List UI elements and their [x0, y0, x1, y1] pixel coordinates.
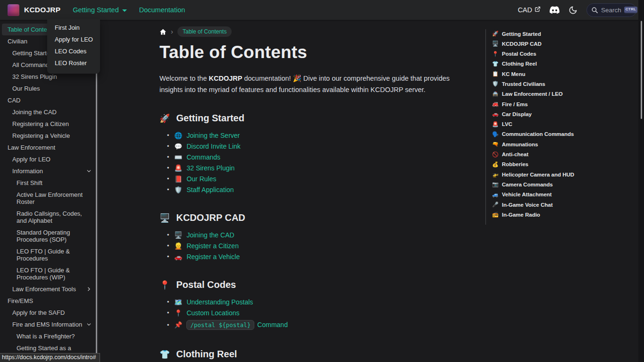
inline-code: /postal ${postal} [186, 320, 254, 330]
toc-item[interactable]: 🚀 Getting Started [492, 31, 635, 37]
doc-link[interactable]: Our Rules [186, 175, 216, 183]
sidebar-item[interactable]: LEO FTO | Guide & Procedures (WIP) [2, 264, 96, 283]
toc-item[interactable]: 💰 Robberies [492, 161, 635, 168]
doc-list-item: 🚗 Register a Vehicle [167, 251, 466, 262]
sidebar-item-label: Active Law Enforcement Roster [17, 191, 83, 205]
sidebar-item[interactable]: Active Law Enforcement Roster [2, 189, 96, 208]
sidebar-item-label: Radio Callsigns, Codes, and Alphabet [17, 210, 82, 224]
doc-link[interactable]: Staff Application [186, 186, 234, 194]
main-content: › Table of Contents Table of Contents We… [98, 20, 485, 362]
sidebar-item[interactable]: What is a Firefighter? [2, 330, 96, 342]
doc-list-item: 📍 Custom Locations [167, 307, 466, 318]
brand-logo[interactable] [8, 4, 19, 16]
toc-item[interactable]: 🚙 Vehicle Attachment [492, 192, 635, 198]
doc-link[interactable]: Commands [186, 153, 220, 161]
toc-item[interactable]: 🚒 Fire / Ems [492, 101, 635, 107]
doc-link[interactable]: Joining the Server [186, 132, 240, 139]
toc-emoji: 🛡️ [492, 81, 499, 87]
sidebar-item[interactable]: LEO FTO | Guide & Procedures [2, 245, 96, 264]
page-scrollbar[interactable] [638, 0, 644, 362]
doc-link[interactable]: 32 Sirens Plugin [186, 164, 234, 172]
doc-link[interactable]: Discord Invite Link [186, 143, 240, 150]
toc-label: Law Enforcement / LEO [502, 91, 563, 97]
chevron-icon[interactable] [86, 286, 92, 292]
search-input[interactable]: Search CTRL K [586, 3, 636, 17]
sidebar-item[interactable]: Joining the CAD [2, 106, 96, 118]
sidebar-item-label: Law Enforcement [8, 144, 55, 151]
doc-link-label: Understanding Postals [186, 298, 253, 306]
toc-item[interactable]: 🎤 In-Game Voice Chat [492, 202, 635, 208]
sidebar-item[interactable]: Standard Operating Procedures (SOP) [2, 227, 96, 245]
doc-link[interactable]: Custom Locations [186, 309, 239, 317]
section-title: Clothing Reel [176, 349, 237, 360]
toc-item[interactable]: 👕 Clothing Reel [492, 61, 635, 67]
doc-link[interactable]: Register a Citizen [186, 242, 239, 250]
sidebar-item[interactable]: First Shift [2, 177, 96, 189]
toc-item[interactable]: 🚔 Law Enforcement / LEO [492, 91, 635, 97]
dropdown-item[interactable]: First Join [47, 22, 100, 34]
cad-external-link[interactable]: CAD [518, 6, 541, 14]
nav-link-documentation[interactable]: Documentation [139, 6, 185, 14]
sidebar-item[interactable]: Law Enforcement [2, 142, 96, 153]
doc-link[interactable]: Register a Vehicle [186, 253, 240, 261]
home-icon[interactable] [159, 28, 167, 35]
toc-emoji: 🚙 [492, 192, 499, 198]
dropdown-item[interactable]: LEO Codes [47, 45, 100, 57]
sidebar-item-label: Standard Operating Procedures (SOP) [17, 229, 70, 243]
sidebar-item-label: Civilian [8, 38, 27, 45]
doc-link[interactable]: Understanding Postals [186, 298, 253, 306]
toc-emoji: 📋 [492, 71, 499, 77]
toc-emoji: 🎤 [492, 202, 499, 208]
toc-item[interactable]: 📋 KC Menu [492, 71, 635, 77]
section-heading: 👕 Clothing Reel [159, 349, 466, 360]
theme-toggle-moon-icon[interactable] [569, 6, 577, 15]
sidebar-item[interactable]: CAD [2, 94, 96, 106]
doc-link[interactable]: Joining the CAD [186, 231, 234, 239]
sidebar-item[interactable]: Apply for LEO [2, 153, 96, 165]
page-scrollbar-thumb[interactable] [641, 21, 642, 119]
chevron-icon[interactable] [86, 168, 92, 174]
toc-item[interactable]: 📷 Camera Commands [492, 181, 635, 187]
toc-label: Ammunations [502, 142, 538, 147]
toc-item[interactable]: 🛡️ Trusted Civilians [492, 81, 635, 87]
sidebar-item-label: Law Enforcement Tools [12, 286, 76, 293]
toc-item[interactable]: 🖥️ KCDOJRP CAD [492, 41, 635, 47]
sidebar-item[interactable]: Information [2, 165, 96, 177]
doc-section: 🖥️ KCDOJRP CAD 🖥️ Joining the CAD 👱 [159, 212, 466, 262]
chevron-icon[interactable] [86, 321, 92, 328]
sidebar-item[interactable]: Radio Callsigns, Codes, and Alphabet [2, 208, 96, 227]
sidebar-item[interactable]: Law Enforcement Tools [2, 283, 96, 295]
sidebar-item[interactable]: Registering a Vehicle [2, 130, 96, 142]
breadcrumb-current[interactable]: Table of Contents [177, 26, 232, 37]
toc-item[interactable]: 🚫 Anti-cheat [492, 152, 635, 158]
toc-item[interactable]: 🚗 Car Display [492, 111, 635, 117]
toc-label: In-Game Voice Chat [502, 202, 553, 208]
doc-link[interactable]: /postal ${postal} Command [186, 320, 288, 330]
discord-icon[interactable] [550, 6, 560, 14]
section-title: KCDOJRP CAD [176, 212, 245, 223]
sidebar-item[interactable]: Our Rules [2, 83, 96, 94]
brand-title[interactable]: KCDOJRP [24, 6, 60, 14]
sidebar-item-label: What is a Firefighter? [17, 333, 75, 340]
sidebar-item[interactable]: Registering a Citizen [2, 118, 96, 130]
page-title: Table of Contents [159, 42, 466, 62]
toc-emoji: 💰 [492, 161, 499, 168]
dropdown-item[interactable]: Apply for LEO [47, 34, 100, 45]
toc-item[interactable]: 🚨 LVC [492, 121, 635, 127]
list-emoji: 👱 [175, 242, 183, 250]
toc-item[interactable]: 📍 Postal Codes [492, 51, 635, 57]
welcome-paragraph: Welcome to the KCDOJRP documentation! 🎉 … [159, 73, 466, 95]
sidebar-item[interactable]: Fire and EMS Information [2, 319, 96, 330]
welcome-prefix: Welcome to the [159, 75, 209, 82]
sidebar-item[interactable]: Fire/EMS [2, 295, 96, 307]
toc-emoji: 🗣️ [492, 131, 499, 137]
toc-item[interactable]: 📻 In-Game Radio [492, 211, 635, 218]
nav-link-getting-started[interactable]: Getting Started [73, 6, 127, 14]
toc-item[interactable]: 🗣️ Communication Commands [492, 131, 635, 137]
toc-item[interactable]: 🚁 Helicopter Camera and HUD [492, 171, 635, 177]
sidebar-item-label: CAD [8, 97, 20, 104]
toc-label: Communication Commands [502, 131, 574, 137]
sidebar-item[interactable]: Apply for the SAFD [2, 307, 96, 319]
toc-item[interactable]: 🔫 Ammunations [492, 141, 635, 147]
dropdown-item[interactable]: LEO Roster [47, 57, 100, 69]
